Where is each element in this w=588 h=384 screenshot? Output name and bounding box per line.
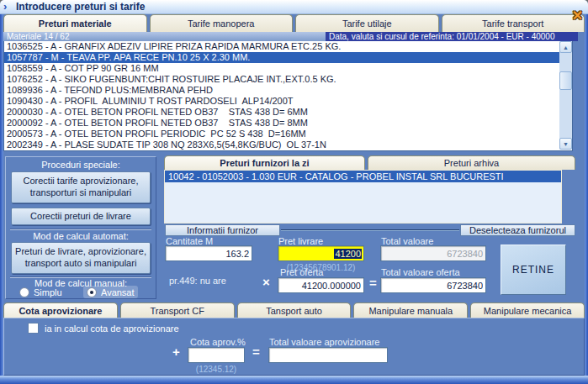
- app-icon: ›: [3, 0, 14, 13]
- tab-preturi-materiale[interactable]: Preturi materiale: [3, 14, 147, 32]
- radio-avansat[interactable]: Avansat: [83, 286, 138, 298]
- radio-avansat-label: Avansat: [101, 287, 135, 297]
- window-border-right: [585, 14, 588, 384]
- pret-oferta-input[interactable]: [278, 277, 364, 293]
- material-row[interactable]: 2000573 - A - OTEL BETON PROFIL PERIODIC…: [4, 129, 572, 139]
- tab-preturi-arhiva[interactable]: Preturi arhiva: [368, 155, 575, 170]
- tab-cota-aprovizionare[interactable]: Cota aprovizionare: [3, 302, 118, 318]
- cota-aprov-label: Cota aprov.%: [190, 337, 246, 347]
- materials-scrollbar[interactable]: ▲ ▼: [559, 41, 572, 150]
- special-procedures-panel: Proceduri speciale: Corectii tarife apro…: [5, 156, 156, 299]
- cantitate-input[interactable]: [165, 245, 252, 261]
- reference-date-currency: Data, valuta si cursul de referinta: 01/…: [326, 32, 578, 41]
- selected-text: 41200: [334, 249, 362, 259]
- material-row[interactable]: 2002349 - A - PLASE SUDATE TIP 308 NQ 28…: [4, 139, 572, 150]
- material-row[interactable]: 1089936 - A - TEFOND PLUS:MEMBRANA PEHD: [4, 85, 572, 96]
- bottom-tabstrip: Cota aprovizionare Transport CF Tansport…: [3, 302, 585, 318]
- equals-sign: =: [369, 276, 377, 290]
- material-row-selected[interactable]: 1057787 - M - TEAVA PP. APA RECE PN.10 2…: [4, 52, 572, 63]
- cota-aprov-input[interactable]: [188, 347, 245, 363]
- close-icon[interactable]: ✕: [569, 8, 585, 24]
- plus-sign: +: [172, 345, 180, 359]
- main-tabstrip: Preturi materiale Tarife manopera Tarife…: [3, 14, 585, 32]
- multiply-sign: ×: [262, 275, 270, 289]
- total-aprovizionare-label: Total valoare aprovizionare: [269, 337, 379, 347]
- cota-checkbox[interactable]: [28, 323, 39, 334]
- total-aprovizionare-field[interactable]: [268, 347, 388, 363]
- tab-transport-auto[interactable]: Tansport auto: [237, 302, 352, 318]
- radio-simplu-label: Simplu: [34, 287, 62, 297]
- corectii-preturi-button[interactable]: Corectii preturi de livrare: [11, 208, 151, 225]
- total-valoare-field: [380, 245, 486, 261]
- tab-transport-cf[interactable]: Transport CF: [120, 302, 235, 318]
- radio-simplu[interactable]: Simplu: [19, 286, 62, 298]
- material-row[interactable]: 2000092 - A - OTEL BETON PROFIL NETED OB…: [4, 118, 572, 129]
- tab-tarife-manopera[interactable]: Tarife manopera: [150, 14, 294, 32]
- cota-format-hint: (12345.12): [188, 365, 245, 374]
- radio-circle-icon[interactable]: [19, 287, 29, 297]
- corectii-tarife-button[interactable]: Corectii tarife aprovizionare, transport…: [11, 171, 151, 203]
- window-title: Introducere preturi si tarife: [16, 1, 145, 13]
- cota-aprovizionare-panel: ia in calcul cota de aprovizionare + Cot…: [3, 318, 585, 376]
- informatii-furnizor-button[interactable]: Informatii furnizor: [165, 224, 280, 236]
- deselecteaza-furnizorul-button[interactable]: Deselecteaza furnizorul: [460, 224, 575, 236]
- scrollbar-thumb[interactable]: [559, 71, 572, 90]
- tab-manipulare-mecanica[interactable]: Manipulare mecanica: [470, 302, 585, 318]
- material-row[interactable]: 1076252 - A - SIKO FUGENBUNT:CHIT ROSTUI…: [4, 74, 572, 85]
- pret-livrare-input[interactable]: 41200: [278, 245, 364, 261]
- total-oferta-label: Total valoare oferta: [381, 267, 460, 277]
- tab-tarife-transport[interactable]: Tarife transport: [442, 14, 585, 32]
- materials-header: Materiale 14 / 62 Data, valuta si cursul…: [3, 32, 578, 41]
- materials-list: 1036525 - A - GRANFIX ADEZIV LIPIRE PRIZ…: [3, 41, 573, 151]
- suppliers-list: 10042 - 01052003 - 1.030 EUR - CATALOG -…: [164, 170, 562, 224]
- window-border-bottom: [0, 376, 588, 384]
- scroll-down-icon[interactable]: ▼: [559, 138, 572, 150]
- preturi-livrare-button[interactable]: Preturi de livrare, aprovizionare, trans…: [11, 242, 151, 274]
- special-procedures-heading: Proceduri speciale:: [6, 160, 156, 170]
- tab-preturi-furnizori[interactable]: Preturi furnizori la zi: [164, 155, 365, 170]
- material-row[interactable]: 1090430 - A - PROFIL ALUMINIU T ROST PAR…: [4, 96, 572, 107]
- divider: [281, 229, 459, 231]
- app-window: › Introducere preturi si tarife ✕ Pretur…: [0, 0, 588, 384]
- cota-checkbox-label[interactable]: ia in calcul cota de aprovizionare: [45, 324, 179, 334]
- tab-tarife-utilaje[interactable]: Tarife utilaje: [295, 14, 439, 32]
- equals-sign: =: [252, 345, 260, 359]
- auto-calc-heading: Mod de calcul automat:: [6, 231, 156, 241]
- pr449-status: pr.449: nu are: [169, 276, 226, 286]
- tab-manipulare-manuala[interactable]: Manipulare manuala: [353, 302, 468, 318]
- divider: [10, 229, 151, 230]
- material-row[interactable]: 1036525 - A - GRANFIX ADEZIV LIPIRE PRIZ…: [4, 41, 572, 52]
- pret-oferta-label: Pret oferta: [280, 267, 323, 277]
- material-row[interactable]: 2000030 - A - OTEL BETON PROFIL NETED OB…: [4, 107, 572, 118]
- material-row[interactable]: 1058559 - A - COT PP 90 GR 16 MM: [4, 63, 572, 74]
- retine-button[interactable]: RETINE: [501, 245, 566, 295]
- total-oferta-field: [380, 277, 486, 293]
- supplier-row-selected[interactable]: 10042 - 01052003 - 1.030 EUR - CATALOG -…: [165, 171, 561, 182]
- radio-dot-icon[interactable]: [87, 287, 97, 297]
- scroll-up-icon[interactable]: ▲: [559, 41, 572, 53]
- materials-counter: Materiale 14 / 62: [7, 32, 70, 41]
